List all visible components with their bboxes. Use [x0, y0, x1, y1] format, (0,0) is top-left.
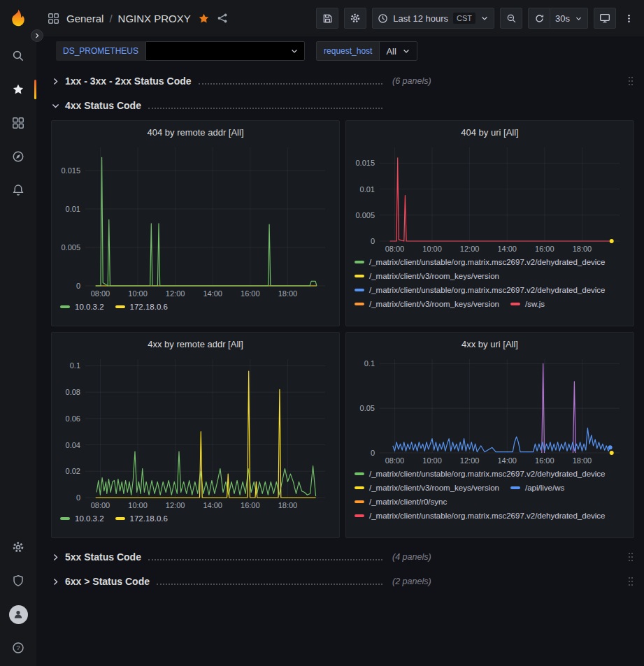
dashboard-settings-button[interactable] [344, 8, 366, 29]
dashboard-row-1xx-3xx-2xx[interactable]: 1xx - 3xx - 2xx Status Code (6 panels) [51, 71, 634, 91]
legend-swatch [355, 289, 364, 291]
legend-item[interactable]: /_matrix/client/unstable/org.matrix.msc2… [355, 467, 606, 481]
share-icon[interactable] [217, 13, 228, 24]
sidebar-item-profile[interactable] [0, 599, 36, 630]
save-dashboard-button[interactable] [316, 8, 338, 29]
legend-item[interactable]: /_matrix/client/unstable/org.matrix.msc2… [355, 509, 606, 523]
help-icon: ? [12, 642, 24, 654]
expand-sidebar-button[interactable] [31, 29, 43, 42]
y-tick-label: 0.05 [360, 404, 375, 412]
dashboard-row-5xx[interactable]: 5xx Status Code (4 panels) [51, 547, 634, 567]
drag-handle-icon[interactable] [627, 551, 634, 563]
top-navbar: General / NGINX PROXY Last 12 hours CST [36, 0, 644, 36]
chart-svg[interactable]: 08:0010:0012:0014:0016:0018:0000.0050.01… [352, 142, 628, 255]
legend-label: 172.18.0.6 [130, 512, 168, 526]
row-panel-count: (6 panels) [392, 76, 431, 86]
sidebar-item-configuration[interactable] [0, 532, 36, 563]
legend-item[interactable]: 172.18.0.6 [115, 512, 168, 526]
chart-svg[interactable]: 08:0010:0012:0014:0016:0018:0000.050.1 [352, 354, 628, 467]
series-endpoint-dot [608, 445, 613, 449]
dashboards-grid-icon [12, 117, 24, 129]
x-tick-label: 08:00 [385, 245, 405, 253]
sidebar-item-dashboards[interactable] [0, 108, 36, 138]
panel-title[interactable]: 404 by uri [All] [352, 125, 628, 142]
legend-item[interactable]: /_matrix/client/unstable/org.matrix.msc2… [355, 255, 606, 269]
time-range-picker[interactable]: Last 12 hours CST [372, 8, 494, 29]
legend-item[interactable]: /_matrix/client/unstable/org.matrix.msc2… [355, 283, 606, 297]
kebab-menu-icon[interactable] [622, 8, 636, 29]
sidebar-item-starred[interactable] [0, 74, 36, 105]
legend-swatch [115, 517, 125, 520]
panel-404-by-remote-addr: 404 by remote addr [All] 08:0010:0012:00… [51, 120, 340, 326]
chart-svg[interactable]: 08:0010:0012:0014:0016:0018:0000.020.040… [57, 354, 334, 512]
legend-item[interactable]: 172.18.0.6 [115, 300, 168, 314]
apps-icon[interactable] [48, 13, 59, 24]
x-tick-label: 18:00 [573, 245, 592, 253]
x-tick-label: 08:00 [91, 289, 110, 298]
save-icon [322, 13, 333, 24]
legend-item[interactable]: /_matrix/client/v3/room_keys/version [355, 481, 499, 495]
sidebar-item-explore[interactable] [0, 141, 36, 172]
grafana-flame-icon [8, 8, 29, 29]
legend-item[interactable]: /_matrix/client/r0/sync [355, 495, 447, 509]
y-tick-label: 0.01 [66, 205, 80, 213]
sidebar-item-search[interactable] [0, 41, 36, 71]
legend-item[interactable]: /_matrix/client/v3/room_keys/version [355, 297, 499, 311]
dashboard-row-4xx[interactable]: 4xx Status Code [51, 96, 634, 115]
chart-svg[interactable]: 08:0010:0012:0014:0016:0018:0000.0050.01… [57, 142, 334, 300]
x-tick-label: 16:00 [535, 245, 554, 253]
panel-title[interactable]: 4xx by remote addr [All] [57, 337, 334, 354]
panel-title[interactable]: 404 by remote addr [All] [57, 125, 334, 142]
chart-plot[interactable]: 08:0010:0012:0014:0016:0018:0000.0050.01… [352, 142, 628, 255]
drag-handle-icon[interactable] [627, 75, 634, 87]
refresh-button-group: 30s [528, 8, 588, 29]
legend-item[interactable]: 10.0.3.2 [60, 300, 104, 314]
breadcrumb-dashboard-title[interactable]: NGINX PROXY [118, 13, 191, 24]
sidebar-item-help[interactable]: ? [0, 632, 36, 663]
var-request-host-select[interactable]: All [380, 42, 416, 60]
row-title: 5xx Status Code [65, 551, 141, 563]
zoom-out-button[interactable] [500, 8, 522, 29]
breadcrumb-section[interactable]: General [66, 13, 103, 24]
monitor-icon [599, 13, 610, 24]
legend-swatch [60, 517, 70, 520]
sidebar-item-alerting[interactable] [0, 175, 36, 205]
x-tick-label: 16:00 [241, 501, 260, 509]
series-line [393, 428, 610, 451]
breadcrumb-separator: / [109, 13, 112, 24]
chart-plot[interactable]: 08:0010:0012:0014:0016:0018:0000.050.1 [352, 354, 628, 467]
legend-row: /_matrix/client/unstable/org.matrix.msc2… [352, 255, 628, 269]
y-tick-label: 0 [76, 493, 80, 502]
legend-item[interactable]: /api/live/ws [510, 481, 564, 495]
legend-item[interactable]: /_matrix/client/v3/room_keys/version [355, 269, 499, 283]
row-title: 6xx > Status Code [65, 576, 150, 587]
refresh-interval-dropdown[interactable]: 30s [550, 8, 588, 29]
legend-row: /_matrix/client/unstable/org.matrix.msc2… [352, 467, 628, 481]
x-tick-label: 18:00 [278, 289, 298, 298]
chart-plot[interactable]: 08:0010:0012:0014:0016:0018:0000.0050.01… [57, 142, 334, 300]
y-tick-label: 0 [76, 282, 80, 290]
legend-swatch [60, 305, 70, 308]
drag-handle-icon[interactable] [627, 576, 634, 587]
favorite-star-icon[interactable] [198, 13, 210, 24]
breadcrumb: General / NGINX PROXY [66, 13, 191, 24]
cycle-view-mode-button[interactable] [594, 8, 616, 29]
clock-icon [378, 13, 388, 24]
sidebar: ? [0, 0, 36, 666]
legend-item[interactable]: /sw.js [510, 297, 545, 311]
dashboard-row-6xx[interactable]: 6xx > Status Code (2 panels) [51, 572, 634, 591]
panel-title[interactable]: 4xx by uri [All] [352, 337, 628, 354]
y-tick-label: 0.1 [70, 361, 80, 370]
legend-item[interactable]: 10.0.3.2 [60, 512, 104, 526]
sidebar-item-server-admin[interactable] [0, 565, 36, 596]
legend-label: /_matrix/client/v3/room_keys/version [369, 269, 499, 283]
grafana-logo[interactable] [0, 0, 36, 36]
var-datasource-select[interactable] [145, 41, 305, 61]
svg-text:?: ? [16, 644, 20, 651]
var-datasource: DS_PROMETHEUS [56, 41, 305, 61]
legend-swatch [355, 303, 364, 305]
refresh-button[interactable] [528, 8, 550, 29]
row-dots [199, 78, 382, 85]
search-icon [12, 50, 24, 62]
chart-plot[interactable]: 08:0010:0012:0014:0016:0018:0000.020.040… [57, 354, 334, 512]
